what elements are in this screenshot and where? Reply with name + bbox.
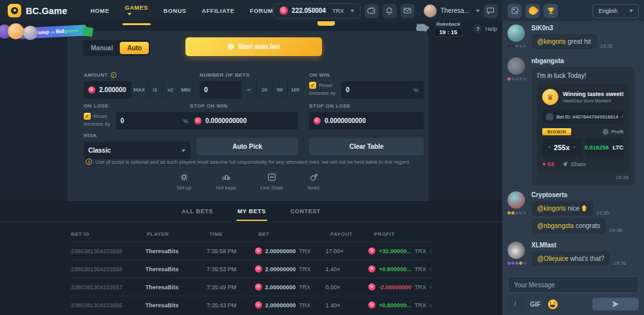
chat-toggle-button[interactable] [484,4,498,18]
top-nav: BC.Game HOME GAMES BONUS AFFILIATE FORUM… [0,0,502,21]
hotkeys-icon [222,173,231,182]
balance-currency: TRX [332,8,344,14]
seed-button[interactable]: Seed [307,173,319,191]
chevron-down-icon [182,149,185,152]
menu-games[interactable]: GAMES [125,5,148,17]
auto-bet-panel: Manual Auto Start auto bet AMOUNTi 2.000… [68,31,428,201]
on-lose-increase-input[interactable]: 0 [116,117,183,124]
language-select[interactable]: English [592,4,639,18]
on-lose-reset-checkbox[interactable]: ✓ [84,113,91,120]
bets-100-button[interactable]: 100 [288,81,303,99]
auto-mode-button[interactable]: Auto [120,42,149,54]
mention-link[interactable]: @kingoris [537,38,566,45]
hotkeys-button[interactable]: Hot keys [216,173,236,191]
amount-half-button[interactable]: /2 [147,81,162,99]
help-button[interactable]: ? Help [473,24,497,33]
chat-message: nbgangsta I'm in luck Today! ♛ Winning t… [507,57,639,186]
bets-10-button[interactable]: 10 [257,81,272,99]
number-of-bets-field: NUMBER OF BETS 0 ∞ 10 50 100 [200,72,303,99]
avatar[interactable] [507,191,525,209]
menu-bonus[interactable]: BONUS [164,8,187,14]
question-mark-icon: ? [473,24,482,33]
messages-button[interactable] [401,4,415,18]
rakeback-label: Rakeback [436,21,460,27]
chat-username[interactable]: Cryptoserts [531,191,639,198]
bets-infinity-button[interactable]: ∞ [242,81,256,99]
chat-message-input[interactable] [507,276,639,293]
tab-my-bets[interactable]: MY BETS [236,202,267,221]
amount-input[interactable]: 2.000000 [84,86,131,93]
emoji-button[interactable] [548,300,558,309]
balance-selector[interactable]: 222.050004 TRX [273,3,361,19]
gear-icon [180,173,189,182]
menu-home[interactable]: HOME [90,8,109,14]
bets-50-button[interactable]: 50 [272,81,287,99]
on-win-field: ON WIN ✓Reset Increase by 0 % [309,72,424,99]
bigwin-badge: BIGWIN [542,128,571,135]
on-win-increase-input[interactable]: 0 [341,86,413,93]
table-row[interactable]: 3380381304233559 TheresaBits 7:35:58 PM … [71,242,431,260]
live-stats-button[interactable]: Live Stats [260,173,283,191]
slash-commands-button[interactable]: / [507,298,523,310]
chat-username[interactable]: nbgangsta [531,57,639,64]
chat-username[interactable]: SiK0n3 [531,24,639,32]
game-slider-remnant [317,21,335,26]
tab-contest[interactable]: CONTEST [289,202,322,221]
amount-max-button[interactable]: MAX [131,81,147,99]
stop-on-lose-field: STOP ON LOSE 0.0000000000 [309,103,424,129]
menu-forum[interactable]: FORUM [250,8,273,14]
risk-select[interactable]: Classic [84,142,191,159]
info-icon: i [86,158,92,165]
mention-link[interactable]: @Oliejuice [537,255,569,262]
trx-coin-icon [368,247,375,254]
table-row[interactable]: 3380381304233556 TheresaBits 7:35:43 PM … [71,296,431,314]
setup-button[interactable]: Set up [176,173,191,191]
auto-pick-button[interactable]: Auto Pick [196,138,298,155]
tab-all-bets[interactable]: ALL BETS [180,202,214,221]
avatar[interactable] [507,242,525,259]
chat-hot-button[interactable] [526,4,540,18]
amount-min-button[interactable]: MIN [178,81,193,99]
start-auto-bet-button[interactable]: Start auto bet [185,37,322,56]
info-icon: i [111,72,117,78]
send-message-button[interactable] [592,298,639,310]
amount-double-button[interactable]: x2 [163,81,178,99]
user-badges [507,262,527,265]
trx-coin-icon [194,117,202,124]
number-of-bets-input[interactable]: 0 [200,86,241,93]
event-banner[interactable]: Tredump vs Bidgreen [1,23,98,41]
menu-affiliate[interactable]: AFFILIATE [202,8,234,14]
chevron-down-icon [629,10,633,12]
like-button[interactable]: ♥03 [542,161,554,167]
stop-on-win-input[interactable]: 0.0000000000 [190,117,298,124]
chat-bubble-icon [486,6,495,15]
chevron-right-icon: › [430,301,431,309]
on-win-reset-checkbox[interactable]: ✓ [309,82,316,89]
avatar[interactable] [507,24,525,42]
trx-coin-icon [279,6,288,15]
manual-mode-button[interactable]: Manual [84,42,120,54]
mention-link[interactable]: @kingoris [537,205,566,212]
chevron-down-icon [128,13,131,15]
trx-coin-icon [88,86,95,93]
chevron-right-icon: › [621,113,623,120]
share-button[interactable]: Share [562,161,586,167]
chat-contest-button[interactable] [544,4,558,18]
chevron-down-icon [350,10,354,12]
mention-link[interactable]: @nbgangsta [537,222,574,229]
chat-games-button[interactable] [507,4,522,18]
avatar[interactable] [507,57,525,75]
chat-username[interactable]: XLMfast [531,242,639,249]
wallet-button[interactable] [365,4,379,18]
table-row[interactable]: 3380381304233557 TheresaBits 7:35:49 PM … [71,278,431,296]
clear-table-button[interactable]: Clear Table [309,138,424,155]
trx-coin-icon [255,283,262,291]
gif-button[interactable]: GIF [530,301,541,308]
notifications-button[interactable] [383,4,397,18]
table-row[interactable]: 3380381304233558 TheresaBits 7:35:53 PM … [71,260,431,278]
bet-id-link[interactable]: Bet ID: #4076447949916814 › [542,110,623,124]
stop-on-lose-input[interactable]: 0.0000000000 [309,117,424,124]
big-win-card[interactable]: ♛ Winning tastes sweet! HashDice Wow Mom… [537,84,629,173]
brand-logo[interactable]: BC.Game [8,4,67,17]
user-menu[interactable]: Theresa... [424,5,480,17]
